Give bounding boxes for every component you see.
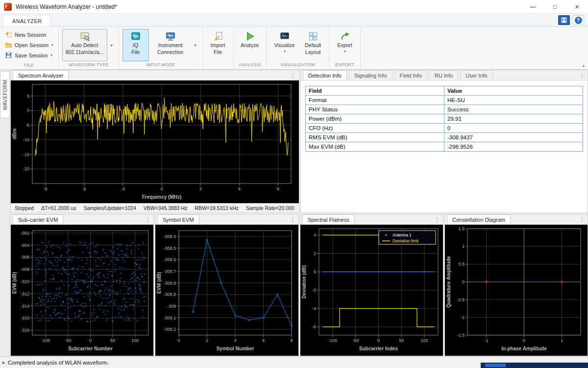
panel-menu-icon[interactable]: ⋮ bbox=[145, 216, 150, 223]
table-row[interactable]: CFO (Hz)0 bbox=[306, 124, 583, 133]
open-session-button[interactable]: Open Session ▾ bbox=[3, 40, 55, 50]
field-info-tab-label: Field Info bbox=[400, 73, 422, 79]
tab-subcarrier-evm[interactable]: Sub-carrier EVM bbox=[13, 214, 63, 224]
subcarrier-evm-plot[interactable]: -100-50050100-302-304-306-308-310-312-31… bbox=[11, 225, 153, 356]
collapse-ribbon-icon[interactable]: ▴ bbox=[582, 63, 585, 68]
analyze-button[interactable]: Analyze bbox=[237, 29, 263, 61]
svg-text:-310: -310 bbox=[21, 279, 29, 284]
matlab-icon bbox=[4, 3, 12, 11]
field-cell: Max EVM (dB) bbox=[306, 142, 444, 152]
save-session-icon bbox=[5, 52, 12, 59]
panel-menu-icon[interactable]: ⋮ bbox=[579, 216, 585, 223]
default-layout-button[interactable]: Default Layout bbox=[300, 29, 326, 61]
value-cell: -298.9526 bbox=[444, 142, 583, 152]
svg-text:9: 9 bbox=[277, 186, 279, 191]
spectral-flatness-plot[interactable]: -100-50050100420-2-4-6Subcarrier IndexDe… bbox=[300, 225, 443, 356]
analyze-play-icon bbox=[245, 31, 255, 42]
svg-text:0: 0 bbox=[177, 338, 180, 343]
waveform-rail-label: WAVEFORM bbox=[2, 79, 8, 110]
tab-field-info[interactable]: Field Info bbox=[394, 70, 427, 80]
svg-text:-304: -304 bbox=[21, 243, 29, 248]
visualize-icon bbox=[279, 31, 290, 42]
svg-text:-316: -316 bbox=[21, 315, 29, 320]
detection-info-table: Field Value FormatHE-SU PHY StatusSucces… bbox=[305, 86, 583, 152]
instrument-connection-button[interactable]: Instrument Connection bbox=[150, 29, 191, 61]
tab-symbol-evm[interactable]: Symbol EVM bbox=[157, 214, 199, 224]
field-cell: Power (dBm) bbox=[306, 114, 444, 124]
visualization-section-label: VISUALIZATION bbox=[270, 61, 326, 69]
visualize-button[interactable]: Visualize ▾ bbox=[270, 29, 299, 61]
panel-menu-icon[interactable]: ⋮ bbox=[579, 72, 585, 79]
svg-text:dBm: dBm bbox=[12, 129, 17, 139]
info-panel: Detection Info Signaling Info Field Info… bbox=[300, 70, 588, 213]
save-session-button[interactable]: Save Session ▾ bbox=[3, 51, 55, 60]
constellation-plot[interactable]: -101-1.5-1-0.500.511.5In-phase Amplitude… bbox=[445, 225, 588, 356]
ribbon-tabstrip: ANALYZER ? bbox=[0, 14, 588, 27]
symbol-evm-plot[interactable]: 02468-308.4-308.5-308.6-308.7-308.8-308.… bbox=[155, 225, 298, 356]
table-row[interactable]: FormatHE-SU bbox=[306, 96, 583, 105]
spectrum-plot[interactable]: -9-6-3036950-5-10-15-20Frequency (MHz)dB… bbox=[11, 80, 299, 203]
import-file-label-line2: File bbox=[214, 50, 222, 55]
svg-text:-308.7: -308.7 bbox=[163, 269, 176, 274]
svg-text:-4: -4 bbox=[312, 306, 316, 311]
maximize-button[interactable]: □ bbox=[544, 0, 566, 13]
svg-text:0: 0 bbox=[314, 269, 316, 274]
spectrum-tab-label: Spectrum Analyzer bbox=[18, 73, 63, 79]
table-row[interactable]: PHY StatusSuccess bbox=[306, 105, 583, 114]
tab-spectral-flatness[interactable]: Spectral Flatness bbox=[302, 214, 355, 224]
iq-file-label-line2: File bbox=[131, 50, 140, 55]
svg-text:Quadrature Amplitude: Quadrature Amplitude bbox=[446, 256, 451, 308]
ru-info-tab-label: RU Info bbox=[435, 73, 453, 79]
iq-file-button[interactable]: IQ File bbox=[122, 29, 149, 61]
waveform-rail-tab[interactable]: WAVEFORM bbox=[0, 71, 10, 118]
waveform-type-dropdown[interactable]: ▾ bbox=[108, 29, 115, 61]
ribbon: New Session Open Session ▾ Save Session … bbox=[0, 27, 588, 70]
spectrum-state: Stopped bbox=[15, 205, 34, 211]
table-row[interactable]: RMS EVM (dB)-308.9437 bbox=[306, 133, 583, 142]
waveform-type-section-label: WAVEFORM TYPE bbox=[62, 61, 115, 69]
svg-text:-308.9: -308.9 bbox=[163, 292, 176, 297]
tab-ru-info[interactable]: RU Info bbox=[429, 70, 458, 80]
save-session-label: Save Session bbox=[15, 53, 48, 58]
tab-spectrum-analyzer[interactable]: Spectrum Analyzer bbox=[13, 70, 69, 80]
panel-menu-icon[interactable]: ⋮ bbox=[291, 72, 296, 79]
panel-menu-icon[interactable]: ⋮ bbox=[435, 216, 440, 223]
info-tabstrip: Detection Info Signaling Info Field Info… bbox=[301, 70, 588, 80]
ribbon-section-analysis: Analyze ANALYSIS bbox=[234, 27, 267, 69]
svg-text:EVM (dB): EVM (dB) bbox=[156, 272, 162, 293]
svg-text:-50: -50 bbox=[65, 338, 71, 343]
svg-text:1: 1 bbox=[462, 244, 465, 249]
export-button[interactable]: Export ▾ bbox=[333, 29, 357, 61]
docked-panel-sliver[interactable] bbox=[481, 363, 588, 368]
svg-text:-302: -302 bbox=[21, 231, 29, 236]
svg-text:-9: -9 bbox=[43, 186, 47, 191]
spectral-flatness-panel: Spectral Flatness ⋮ -100-50050100420-2-4… bbox=[300, 214, 443, 356]
svg-text:Subcarrier Number: Subcarrier Number bbox=[68, 346, 113, 351]
ribbon-section-export: Export ▾ EXPORT bbox=[330, 27, 361, 69]
minimize-button[interactable]: — bbox=[522, 0, 544, 13]
ribbon-section-input-mode: IQ File Instrument Connection ▾ INPUT MO… bbox=[119, 27, 203, 69]
ribbon-section-file: New Session Open Session ▾ Save Session … bbox=[0, 27, 59, 69]
tab-detection-info[interactable]: Detection Info bbox=[303, 70, 347, 80]
value-cell: 29.91 bbox=[444, 114, 583, 124]
expand-statusbar-icon[interactable]: ▸ bbox=[2, 360, 5, 365]
new-session-button[interactable]: New Session bbox=[3, 30, 55, 39]
input-mode-dropdown[interactable]: ▾ bbox=[192, 29, 199, 61]
table-row[interactable]: Max EVM (dB)-298.9526 bbox=[306, 142, 583, 152]
col-value-header: Value bbox=[444, 86, 583, 96]
help-button[interactable]: ? bbox=[572, 15, 584, 25]
tab-signaling-info[interactable]: Signaling Info bbox=[349, 70, 392, 80]
iq-file-label-line1: IQ bbox=[133, 43, 138, 49]
panel-menu-icon[interactable]: ⋮ bbox=[290, 216, 295, 223]
svg-text:-312: -312 bbox=[21, 291, 29, 296]
close-button[interactable]: × bbox=[566, 0, 588, 13]
import-file-button[interactable]: Import File bbox=[206, 29, 230, 66]
quick-save-button[interactable] bbox=[558, 15, 570, 25]
value-cell: Success bbox=[444, 105, 583, 114]
tab-constellation-diagram[interactable]: Constellation Diagram bbox=[447, 214, 511, 224]
ribbon-section-visualization: Visualize ▾ Default Layout VISUALIZATION bbox=[267, 27, 330, 69]
auto-detect-button[interactable]: Auto Detect 802.11a/n/ac/a... bbox=[62, 29, 107, 61]
tab-analyzer[interactable]: ANALYZER bbox=[3, 15, 51, 26]
tab-user-info[interactable]: User Info bbox=[460, 70, 493, 80]
table-row[interactable]: Power (dBm)29.91 bbox=[306, 114, 583, 124]
